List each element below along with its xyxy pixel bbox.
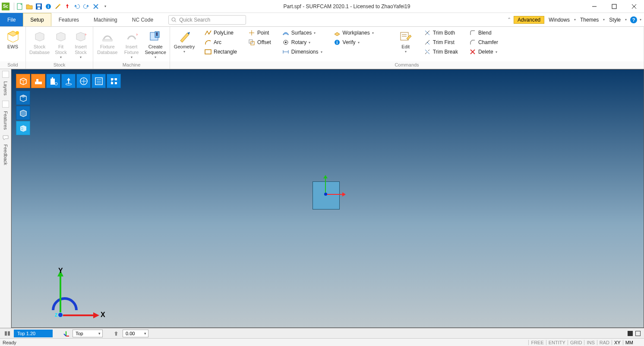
status-ins[interactable]: INS bbox=[584, 340, 597, 345]
workplanes-button[interactable]: Workplanes ▾ bbox=[331, 29, 376, 37]
svg-point-18 bbox=[16, 31, 19, 35]
sequence-icon bbox=[149, 31, 162, 42]
arc-button[interactable]: Arc bbox=[202, 38, 240, 47]
rectangle-button[interactable]: Rectangle bbox=[202, 48, 240, 56]
tab-nccode[interactable]: NC Code bbox=[125, 13, 161, 26]
viewport[interactable]: X Y Z bbox=[11, 69, 644, 328]
svg-point-32 bbox=[285, 41, 287, 43]
viewtool-6[interactable] bbox=[92, 74, 106, 88]
create-sequence-button[interactable]: Create Sequence ▾ bbox=[144, 29, 167, 60]
tab-file[interactable]: File bbox=[0, 13, 23, 26]
dimensions-button[interactable]: Dimensions ▾ bbox=[280, 48, 325, 56]
minimize-button[interactable] bbox=[584, 0, 604, 13]
info-circle-icon: i bbox=[334, 39, 341, 46]
offset-button[interactable]: Offset bbox=[246, 38, 274, 47]
dock-features-label[interactable]: Features bbox=[3, 111, 8, 130]
depth-input[interactable]: 0.00 bbox=[123, 330, 148, 337]
status-grid[interactable]: GRID bbox=[568, 340, 584, 345]
stock-database-button: Stock Database bbox=[28, 29, 51, 56]
menu-windows[interactable]: Windows bbox=[547, 17, 571, 23]
viewstack-2[interactable] bbox=[16, 106, 30, 120]
polyline-button[interactable]: PolyLine bbox=[202, 29, 240, 37]
ews-icon bbox=[6, 30, 20, 42]
trim-both-icon bbox=[424, 29, 431, 36]
viewtool-7[interactable] bbox=[107, 74, 121, 88]
svg-text:i: i bbox=[48, 4, 49, 9]
main-area: Layers Features Feedback X bbox=[0, 69, 644, 328]
point-button[interactable]: Point bbox=[246, 29, 274, 37]
dock-feedback-label[interactable]: Feedback bbox=[3, 144, 8, 165]
trim-both-button[interactable]: Trim Both bbox=[421, 29, 461, 37]
redo-icon[interactable] bbox=[82, 3, 90, 10]
view-select[interactable]: Top bbox=[73, 330, 103, 337]
save-icon[interactable] bbox=[35, 3, 43, 10]
verify-button[interactable]: iVerify ▾ bbox=[331, 38, 376, 47]
trim-first-button[interactable]: Trim First bbox=[421, 38, 461, 47]
quick-access-toolbar: i ▾ bbox=[16, 3, 109, 10]
dock-layers-label[interactable]: Layers bbox=[3, 81, 8, 95]
collapse-ribbon-icon[interactable]: ⌃ bbox=[507, 17, 511, 22]
edit-button[interactable]: Edit ▾ bbox=[396, 29, 415, 54]
new-icon[interactable] bbox=[16, 3, 24, 10]
viewtool-3[interactable] bbox=[46, 74, 60, 88]
tab-machining[interactable]: Machining bbox=[86, 13, 125, 26]
viewtool-2[interactable] bbox=[31, 74, 45, 88]
group-stock: Stock Database Fit Stock ▾ Insert Stock … bbox=[26, 27, 93, 69]
wand-icon[interactable] bbox=[54, 3, 62, 10]
info-icon[interactable]: i bbox=[44, 3, 52, 10]
svg-rect-25 bbox=[156, 32, 158, 36]
dock-layers-button[interactable] bbox=[2, 71, 9, 78]
speech-icon[interactable] bbox=[3, 135, 9, 141]
undo-icon[interactable] bbox=[73, 3, 81, 10]
insert-fixture-button: Insert Fixture ▾ bbox=[120, 29, 143, 60]
tab-setup[interactable]: Setup bbox=[23, 13, 51, 26]
delete-button[interactable]: Delete ▾ bbox=[467, 48, 501, 56]
surfaces-button[interactable]: Surfaces ▾ bbox=[280, 29, 325, 37]
ribbon: EWS Solid Stock Database Fit Stock ▾ Ins… bbox=[0, 27, 644, 69]
part-x-axis bbox=[326, 194, 343, 195]
svg-line-45 bbox=[427, 42, 429, 44]
status-xy[interactable]: XY bbox=[612, 340, 623, 345]
close-icon[interactable] bbox=[92, 3, 100, 10]
blend-button[interactable]: Blend bbox=[467, 29, 501, 37]
viewtool-4[interactable] bbox=[61, 74, 76, 88]
open-icon[interactable] bbox=[25, 3, 33, 10]
rotary-button[interactable]: Rotary ▾ bbox=[280, 38, 325, 47]
status-mm[interactable]: MM bbox=[623, 340, 635, 345]
viewport-mode-2[interactable] bbox=[635, 331, 641, 336]
viewbar-axes-icon[interactable] bbox=[62, 330, 70, 337]
dock-features-button[interactable] bbox=[2, 101, 9, 108]
viewbar-chip[interactable]: Top 1.20 bbox=[14, 330, 53, 337]
svg-line-15 bbox=[175, 21, 176, 22]
viewbar-depth-icon[interactable] bbox=[112, 330, 120, 337]
status-rad[interactable]: RAD bbox=[597, 340, 612, 345]
tab-features[interactable]: Features bbox=[51, 13, 86, 26]
viewstack-3[interactable] bbox=[16, 121, 30, 135]
close-button[interactable] bbox=[624, 0, 644, 13]
maximize-button[interactable] bbox=[604, 0, 624, 13]
viewport-mode-1[interactable] bbox=[628, 331, 633, 336]
help-icon[interactable]: ? bbox=[630, 16, 637, 23]
menu-themes[interactable]: Themes bbox=[578, 17, 600, 23]
geometry-button[interactable]: Geometry ▾ bbox=[173, 29, 196, 54]
search-input[interactable]: Quick Search bbox=[168, 15, 246, 25]
ribbon-tabs: File Setup Features Machining NC Code Qu… bbox=[0, 13, 644, 27]
chamfer-button[interactable]: Chamfer bbox=[467, 38, 501, 47]
viewstack-1[interactable] bbox=[16, 91, 30, 105]
viewtool-5[interactable] bbox=[76, 74, 91, 88]
trim-break-button[interactable]: Trim Break bbox=[421, 48, 461, 56]
part-origin bbox=[324, 193, 327, 196]
viewtool-1[interactable] bbox=[16, 74, 30, 88]
pin-icon[interactable] bbox=[63, 3, 71, 10]
advanced-button[interactable]: Advanced bbox=[514, 16, 544, 24]
svg-marker-20 bbox=[57, 32, 65, 41]
ews-button[interactable]: EWS bbox=[3, 29, 23, 51]
svg-rect-11 bbox=[612, 4, 616, 9]
menu-style[interactable]: Style bbox=[607, 17, 622, 23]
viewbar-left-icon[interactable] bbox=[3, 330, 11, 337]
svg-rect-22 bbox=[103, 39, 112, 41]
svg-line-46 bbox=[425, 52, 427, 54]
status-free[interactable]: FREE bbox=[528, 340, 546, 345]
qat-dropdown-icon[interactable]: ▾ bbox=[101, 3, 109, 10]
status-entity[interactable]: ENTITY bbox=[546, 340, 568, 345]
